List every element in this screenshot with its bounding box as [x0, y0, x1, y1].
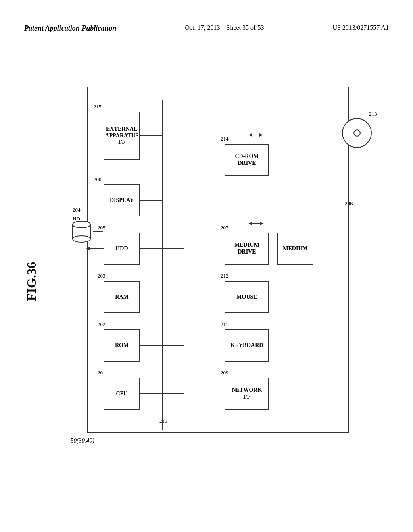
header-center: Oct. 17, 2013 Sheet 35 of 53	[185, 24, 264, 31]
system-box: CPU 201 ROM 202 RAM 203 HDD 205 DISPLAY …	[87, 87, 349, 433]
keyboard-box: KEYBOARD	[225, 329, 269, 362]
svg-point-26	[354, 130, 360, 136]
rom-box: ROM	[104, 329, 140, 362]
system-label: 50(30,40)	[71, 437, 94, 444]
keyboard-number: 211	[221, 321, 228, 328]
external-box: EXTERNAL APPARATUS I/F	[104, 112, 140, 160]
network-number: 209	[221, 370, 229, 376]
figure-label: FIG.36	[24, 262, 39, 301]
ram-number: 203	[98, 273, 106, 279]
external-label: EXTERNAL APPARATUS I/F	[105, 126, 139, 146]
page: Patent Application Publication Oct. 17, …	[0, 0, 413, 532]
network-label: NETWORK I/F	[232, 387, 262, 401]
medium-outside-number: 206	[345, 200, 353, 207]
display-label: DISPLAY	[110, 197, 134, 204]
header-date: Oct. 17, 2013	[185, 24, 220, 31]
hd-number: 204	[73, 207, 81, 213]
ram-box: RAM	[104, 281, 140, 313]
medium-drive-label: MEDIUM DRIVE	[234, 242, 259, 256]
cdrom-disc	[341, 117, 373, 151]
network-box: NETWORK I/F	[225, 378, 269, 410]
ram-label: RAM	[115, 294, 128, 301]
display-box: DISPLAY	[104, 184, 140, 216]
hd-label: HD	[73, 216, 80, 222]
header-right: US 2013/0271557 A1	[332, 24, 389, 31]
cdrom-label: CD-ROM DRIVE	[235, 153, 259, 167]
medium-box: MEDIUM	[277, 233, 313, 265]
cpu-number: 201	[98, 370, 106, 376]
mouse-box: MOUSE	[225, 281, 269, 313]
svg-marker-13	[86, 247, 90, 250]
hd-cylinder	[71, 220, 93, 244]
publication-label: Patent Application Publication	[24, 24, 116, 33]
cpu-box: CPU	[104, 378, 140, 410]
header-sheet: Sheet 35 of 53	[227, 24, 264, 31]
medium-label: MEDIUM	[283, 245, 307, 252]
external-number: 215	[94, 104, 102, 110]
cpu-label: CPU	[116, 391, 128, 397]
header: Patent Application Publication Oct. 17, …	[0, 24, 413, 33]
svg-point-24	[73, 221, 90, 228]
medium-drive-box: MEDIUM DRIVE	[225, 233, 269, 265]
cdrom-number: 214	[221, 136, 229, 142]
hdd-label: HDD	[115, 245, 128, 252]
bus-number: 210	[159, 418, 167, 424]
mouse-label: MOUSE	[236, 294, 257, 301]
diagram-container: CPU 201 ROM 202 RAM 203 HDD 205 DISPLAY …	[71, 62, 365, 457]
rom-label: ROM	[115, 342, 129, 349]
mouse-number: 212	[221, 273, 229, 279]
cdrom-box: CD-ROM DRIVE	[225, 144, 269, 176]
keyboard-label: KEYBOARD	[231, 342, 263, 349]
hdd-number: 205	[98, 224, 106, 231]
display-number: 200	[94, 176, 102, 183]
svg-point-23	[73, 236, 90, 242]
rom-number: 202	[98, 321, 106, 328]
hdd-box: HDD	[104, 233, 140, 265]
medium-drive-number: 207	[221, 224, 229, 231]
cdrom-disc-number: 213	[369, 111, 377, 117]
